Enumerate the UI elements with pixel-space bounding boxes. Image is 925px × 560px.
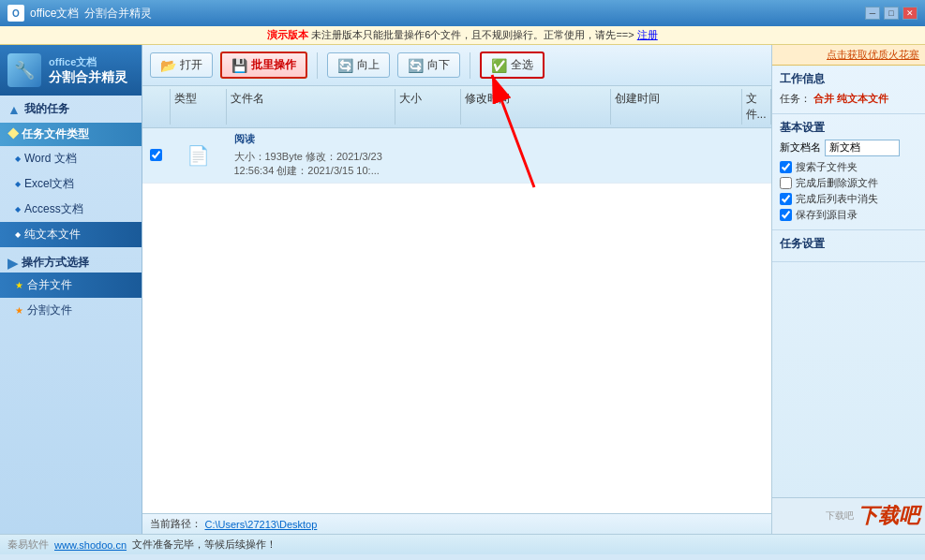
watermark-text: 下载吧 bbox=[826, 509, 854, 523]
path-link[interactable]: C:\Users\27213\Desktop bbox=[205, 519, 318, 530]
file-modified-col bbox=[461, 154, 611, 157]
operation-label: 操作方式选择 bbox=[22, 255, 89, 271]
work-info-section: 工作信息 任务： 合并 纯文本文件 bbox=[772, 66, 925, 114]
sidebar-item-split[interactable]: ★ 分割文件 bbox=[0, 298, 142, 323]
task-settings-title: 任务设置 bbox=[780, 236, 918, 252]
header-size: 大小 bbox=[395, 89, 461, 125]
header-extra: 文件... bbox=[742, 89, 771, 125]
basic-settings-section: 基本设置 新文档名 搜索子文件夹 完成后删除源文件 完成后列表中消失 保存到源目… bbox=[772, 114, 925, 230]
brand-url[interactable]: www.shodoo.cn bbox=[54, 539, 127, 551]
work-info-title: 工作信息 bbox=[780, 71, 918, 87]
app-icon: O bbox=[7, 5, 24, 22]
new-filename-label: 新文档名 bbox=[780, 140, 821, 155]
demo-label: 演示版本 bbox=[267, 29, 308, 40]
demo-bar: 演示版本 未注册版本只能批量操作6个文件，且不规则操行。正常使用，请先==> 注… bbox=[0, 26, 925, 45]
sidebar-access-label: Access文档 bbox=[24, 201, 83, 217]
batch-label: 批里操作 bbox=[251, 57, 296, 73]
divider-2 bbox=[470, 52, 470, 79]
diamond-icon-access: ◆ bbox=[15, 205, 21, 214]
diamond-icon-word: ◆ bbox=[15, 155, 21, 163]
file-checkbox[interactable] bbox=[150, 149, 162, 161]
toolbar: 📂 打开 💾 批里操作 🔄 向上 🔄 向下 ✅ 全选 bbox=[142, 45, 771, 86]
file-extra-col bbox=[742, 154, 771, 157]
task-action: 合并 bbox=[813, 93, 834, 104]
checkbox-row-3[interactable]: 完成后列表中消失 bbox=[780, 192, 918, 206]
app-sub-name: 分割合并精灵 bbox=[84, 6, 152, 22]
header-name: 文件名 bbox=[227, 89, 395, 125]
task-type: 纯文本文件 bbox=[837, 93, 888, 104]
up-label: 向上 bbox=[357, 57, 380, 73]
up-icon: 🔄 bbox=[337, 58, 353, 73]
up-button[interactable]: 🔄 向上 bbox=[327, 52, 390, 78]
minimize-button[interactable]: ─ bbox=[865, 7, 880, 20]
checkbox-row-2[interactable]: 完成后删除源文件 bbox=[780, 176, 918, 190]
batch-icon: 💾 bbox=[231, 58, 247, 73]
new-filename-row: 新文档名 bbox=[780, 140, 918, 156]
batch-button[interactable]: 💾 批里操作 bbox=[220, 52, 307, 79]
sidebar-item-access[interactable]: ◆ Access文档 bbox=[0, 197, 142, 222]
task-types-label: 任务文件类型 bbox=[22, 127, 89, 140]
sidebar-logo: 🔧 office文档 分割合并精灵 bbox=[0, 45, 142, 96]
task-info: 任务： 合并 纯文本文件 bbox=[780, 91, 918, 108]
task-settings-section: 任务设置 bbox=[772, 230, 925, 262]
logo-icon: 🔧 bbox=[7, 53, 41, 87]
divider-1 bbox=[317, 52, 318, 79]
sidebar-item-merge[interactable]: ★ 合并文件 bbox=[0, 273, 142, 298]
register-link[interactable]: 注册 bbox=[637, 29, 658, 40]
sidebar-word-label: Word 文档 bbox=[24, 151, 77, 167]
checkbox-search-subdir[interactable] bbox=[780, 161, 792, 173]
close-button[interactable]: ✕ bbox=[903, 7, 918, 20]
maximize-button[interactable]: □ bbox=[884, 7, 899, 20]
file-size-col bbox=[395, 154, 461, 157]
file-details: 阅读 大小：193Byte 修改：2021/3/23 12:56:34 创建：2… bbox=[227, 128, 395, 183]
table-row[interactable]: 📄 阅读 大小：193Byte 修改：2021/3/23 12:56:34 创建… bbox=[142, 128, 771, 184]
sidebar-plain-label: 纯文本文件 bbox=[24, 227, 81, 243]
sidebar: 🔧 office文档 分割合并精灵 ▲ 我的任务 ◆ 任务文件类型 ◆ Word… bbox=[0, 45, 142, 534]
checkbox-save-to-source-label: 保存到源目录 bbox=[796, 208, 858, 222]
window-controls: ─ □ ✕ bbox=[865, 7, 918, 20]
header-check bbox=[142, 89, 171, 125]
checkbox-remove-from-list[interactable] bbox=[780, 193, 792, 205]
header-modified: 修改时间 bbox=[461, 89, 611, 125]
task-types-section: ◆ 任务文件类型 bbox=[0, 123, 142, 146]
file-list-header: 类型 文件名 大小 修改时间 创建时间 文件... bbox=[142, 86, 771, 128]
checkbox-search-subdir-label: 搜索子文件夹 bbox=[796, 160, 858, 174]
select-all-button[interactable]: ✅ 全选 bbox=[480, 52, 545, 79]
my-tasks-label: 我的任务 bbox=[24, 101, 69, 117]
watermark-area: 下载吧 下载吧 bbox=[772, 497, 925, 534]
open-button[interactable]: 📂 打开 bbox=[150, 52, 213, 78]
content-area: 📂 打开 💾 批里操作 🔄 向上 🔄 向下 ✅ 全选 bbox=[142, 45, 771, 534]
checkbox-row-4[interactable]: 保存到源目录 bbox=[780, 208, 918, 222]
operation-section: ▶ 操作方式选择 bbox=[7, 255, 134, 271]
diamond-icon-plain: ◆ bbox=[15, 230, 21, 239]
title-left: O office文档 分割合并精灵 bbox=[7, 5, 152, 22]
checkbox-delete-source[interactable] bbox=[780, 177, 792, 189]
down-button[interactable]: 🔄 向下 bbox=[397, 52, 460, 78]
brand-label: 秦易软件 bbox=[7, 538, 49, 552]
demo-message: 未注册版本只能批量操作6个文件，且不规则操行。正常使用，请先==> bbox=[311, 29, 634, 40]
main-layout: 🔧 office文档 分割合并精灵 ▲ 我的任务 ◆ 任务文件类型 ◆ Word… bbox=[0, 45, 925, 534]
title-bar: O office文档 分割合并精灵 ─ □ ✕ bbox=[0, 0, 925, 26]
selectall-icon: ✅ bbox=[491, 58, 507, 73]
watermark-logo: 下载吧 bbox=[858, 502, 919, 530]
down-icon: 🔄 bbox=[408, 58, 424, 73]
checkbox-row-1[interactable]: 搜索子文件夹 bbox=[780, 160, 918, 174]
row-checkbox[interactable] bbox=[142, 147, 171, 163]
top-link[interactable]: 点击获取优质火花塞 bbox=[772, 45, 925, 66]
sidebar-item-word[interactable]: ◆ Word 文档 bbox=[0, 146, 142, 171]
sidebar-excel-label: Excel文档 bbox=[24, 176, 74, 192]
sidebar-item-excel[interactable]: ◆ Excel文档 bbox=[0, 171, 142, 197]
star-icon-split: ★ bbox=[15, 305, 23, 316]
header-created: 创建时间 bbox=[611, 89, 742, 125]
checkbox-save-to-source[interactable] bbox=[780, 209, 792, 221]
select-all-label: 全选 bbox=[511, 57, 533, 73]
logo-text: office文档 分割合并精灵 bbox=[49, 55, 127, 86]
status-message: 文件准备完毕，等候后续操作！ bbox=[132, 538, 276, 552]
basic-settings-title: 基本设置 bbox=[780, 120, 918, 136]
my-tasks-section: ▲ 我的任务 bbox=[7, 101, 134, 117]
new-filename-input[interactable] bbox=[825, 140, 900, 156]
path-bar: 当前路径： C:\Users\27213\Desktop bbox=[142, 513, 771, 534]
file-created-col bbox=[611, 154, 742, 157]
file-info: 大小：193Byte 修改：2021/3/23 12:56:34 创建：2021… bbox=[231, 148, 392, 181]
sidebar-item-plaintext[interactable]: ◆ 纯文本文件 bbox=[0, 222, 142, 247]
